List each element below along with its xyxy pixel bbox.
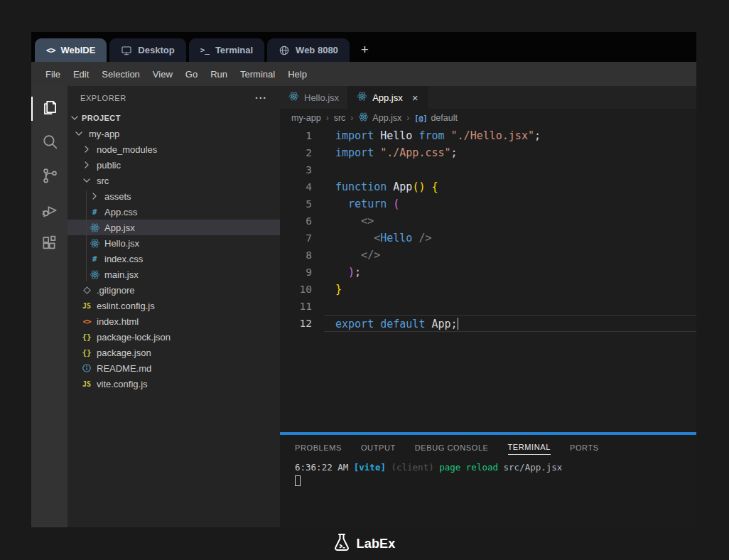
chrome-tab-terminal[interactable]: >_Terminal [189,38,264,62]
menu-go[interactable]: Go [179,66,204,82]
code-line-content: } [324,281,696,298]
tree-item-label: index.html [97,316,139,327]
chevron-down-icon [81,176,92,185]
tree-file-index.css[interactable]: #index.css [68,251,280,266]
activity-extensions[interactable] [31,228,68,262]
project-section-header[interactable]: PROJECT [68,110,280,126]
tree-folder-src[interactable]: src [68,173,280,188]
code-line-2: 2import "./App.css"; [280,144,696,161]
code-line-content: </> [324,247,696,264]
breadcrumb-label: my-app [291,113,321,123]
terminal-output[interactable]: 6:36:22 AM [vite] (client) page reload s… [280,459,696,486]
menu-file[interactable]: File [39,66,67,82]
json-icon: {} [81,348,92,357]
close-icon[interactable]: × [412,92,418,104]
menu-view[interactable]: View [146,66,179,82]
activity-search[interactable] [31,126,68,160]
editor-tab-label: App.jsx [372,92,403,103]
line-number: 12 [280,315,324,332]
code-line-10: 10} [280,281,696,298]
code-line-content: import Hello from "./Hello.jsx"; [324,127,696,144]
code-line-9: 9 ); [280,264,696,281]
code-line-8: 8 </> [280,247,696,264]
menu-selection[interactable]: Selection [95,66,146,82]
code-line-7: 7 <Hello /> [280,230,696,247]
breadcrumb-label: default [431,113,458,123]
tree-file-main.jsx[interactable]: main.jsx [68,266,280,282]
workbench: EXPLORER ··· PROJECT my-appnode_modulesp… [31,86,696,527]
code-icon: <> [46,45,55,55]
chevron-down-icon [70,114,79,122]
search-icon [40,132,59,154]
code-line-11: 11 [280,298,696,315]
tree-item-label: App.css [104,207,137,217]
panel-tab-problems[interactable]: PROBLEMS [295,440,342,455]
line-number: 10 [280,281,324,298]
panel-tab-ports[interactable]: PORTS [570,440,599,455]
menu-terminal[interactable]: Terminal [234,66,281,82]
tree-folder-node_modules[interactable]: node_modules [68,141,280,157]
breadcrumb-label: App.jsx [372,113,401,123]
line-number: 7 [280,230,324,247]
code-line-content: return ( [324,195,696,212]
menu-bar: FileEditSelectionViewGoRunTerminalHelp [31,62,696,86]
panel-tab-terminal[interactable]: TERMINAL [508,439,551,455]
tree-file-index.html[interactable]: <>index.html [68,313,280,329]
breadcrumb-segment-default[interactable]: [@]default [414,113,458,123]
tree-file-Hello.jsx[interactable]: Hello.jsx [68,235,280,251]
code-line-content: ); [324,264,696,281]
breadcrumb: my-app›src›App.jsx›[@]default [280,109,696,126]
json-icon: {} [81,333,92,342]
react-icon [288,91,299,104]
tree-folder-assets[interactable]: assets [68,188,280,204]
breadcrumb-segment-src[interactable]: src [334,113,346,123]
ellipsis-icon[interactable]: ··· [255,92,267,104]
activity-explorer[interactable] [31,92,68,126]
activity-source-control[interactable] [31,160,68,194]
breadcrumb-segment-App.jsx[interactable]: App.jsx [358,112,401,124]
chrome-tab-label: WebIDE [60,45,95,55]
panel-tab-debug-console[interactable]: DEBUG CONSOLE [415,440,489,455]
tree-item-label: index.css [104,254,143,264]
terminal-cursor [295,475,301,486]
tree-file-vite.config.js[interactable]: JSvite.config.js [68,376,280,392]
chrome-tabs: <>WebIDEDesktop>_TerminalWeb 8080 [35,32,352,62]
terminal-log-line: 6:36:22 AM [vite] (client) page reload s… [295,461,696,473]
js-icon: JS [81,302,92,310]
tree-folder-my-app[interactable]: my-app [68,126,280,141]
menu-run[interactable]: Run [204,66,234,82]
code-editor[interactable]: 1import Hello from "./Hello.jsx";2import… [280,126,696,432]
tree-file-.gitignore[interactable]: .gitignore [68,282,280,298]
chrome-tab-desktop[interactable]: Desktop [109,38,185,62]
react-icon [89,238,100,249]
tree-file-App.css[interactable]: #App.css [68,204,280,220]
chrome-tab-bar: <>WebIDEDesktop>_TerminalWeb 8080 + [31,32,696,62]
new-tab-button[interactable]: + [361,42,369,62]
tree-file-README.md[interactable]: README.md [68,360,280,376]
menu-help[interactable]: Help [281,66,313,82]
editor-tab-Hello.jsx[interactable]: Hello.jsx [280,86,348,109]
chrome-tab-label: Desktop [138,45,174,55]
editor-tab-App.jsx[interactable]: App.jsx× [348,86,427,109]
chrome-tab-web-8080[interactable]: Web 8080 [267,38,350,62]
text-cursor [458,318,459,330]
labex-footer: LabEx [0,527,729,560]
tree-item-label: eslint.config.js [97,301,155,311]
chrome-tab-webide[interactable]: <>WebIDE [35,38,107,62]
panel-tab-output[interactable]: OUTPUT [361,440,396,455]
tree-file-eslint.config.js[interactable]: JSeslint.config.js [68,298,280,313]
css-icon: # [89,254,100,264]
tree-folder-public[interactable]: public [68,157,280,173]
react-icon [357,91,367,104]
menu-edit[interactable]: Edit [67,66,95,82]
tree-item-label: vite.config.js [97,379,148,389]
tree-file-package.json[interactable]: {}package.json [68,345,280,360]
tree-file-package-lock.json[interactable]: {}package-lock.json [68,329,280,345]
tree-item-label: assets [104,191,131,202]
labex-flask-icon [333,533,350,555]
breadcrumb-segment-my-app[interactable]: my-app [291,113,321,123]
labex-brand-text: LabEx [356,537,395,551]
tree-file-App.jsx[interactable]: App.jsx [68,220,280,235]
activity-run-debug[interactable] [31,194,68,228]
tree-item-label: main.jsx [104,269,139,280]
